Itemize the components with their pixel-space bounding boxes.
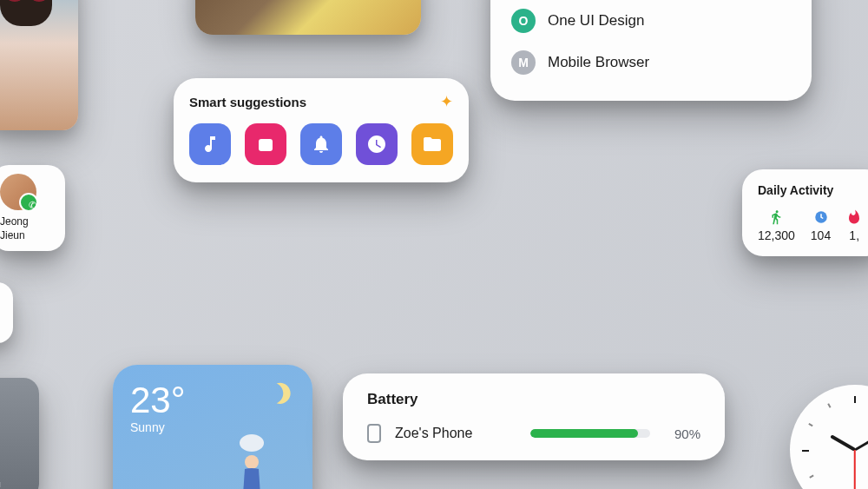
battery-bar [530, 429, 650, 438]
hour-hand [830, 434, 856, 451]
activity-title: Daily Activity [758, 183, 868, 197]
photo-widget[interactable] [0, 0, 78, 130]
smart-suggestions-widget: Smart suggestions ✦ [174, 78, 469, 182]
tab-item[interactable]: O One UI Design [511, 0, 791, 42]
svg-rect-1 [259, 139, 273, 151]
weather-widget[interactable]: 23° Sunny [113, 365, 312, 489]
moon-icon [260, 380, 292, 412]
sparkle-icon: ✦ [440, 92, 453, 111]
clock-widget[interactable] [790, 385, 868, 489]
time-icon [813, 209, 829, 225]
contact-avatar [0, 174, 36, 210]
battery-fill [530, 429, 638, 438]
mini-weather-day: Thu [0, 479, 1, 489]
daily-activity-widget[interactable]: Daily Activity 12,300 104 1, [742, 169, 868, 256]
mini-weather-widget[interactable]: ⛅ Thu [0, 378, 39, 489]
notifications-app-icon[interactable] [300, 123, 342, 165]
battery-title: Battery [367, 391, 700, 408]
clock-app-icon[interactable] [356, 123, 398, 165]
svg-point-4 [245, 455, 259, 469]
music-app-icon[interactable] [189, 123, 231, 165]
second-hand [854, 450, 856, 489]
minute-hand [854, 428, 868, 452]
time-value: 104 [811, 228, 831, 242]
contact-name: Jeong Jieun [0, 215, 56, 242]
battery-widget[interactable]: Battery Zoe's Phone 90% [343, 373, 725, 460]
files-app-icon[interactable] [411, 123, 453, 165]
camera-app-icon[interactable] [245, 123, 286, 165]
steps-value: 12,300 [758, 228, 795, 242]
battery-device-row: Zoe's Phone 90% [367, 424, 700, 443]
clock-face [797, 392, 868, 489]
cal-value: 1, [849, 228, 859, 242]
open-tabs-widget: O One UI Design M Mobile Browser [490, 0, 812, 101]
svg-point-3 [240, 434, 264, 452]
tab-favicon: O [511, 9, 536, 33]
cal-icon [846, 209, 862, 225]
suggestions-title: Smart suggestions [189, 95, 306, 109]
person-photo [0, 0, 78, 130]
tab-label: One UI Design [548, 12, 645, 30]
battery-device-name: Zoe's Phone [395, 426, 516, 441]
activity-cal: 1, [846, 209, 862, 242]
phone-icon [367, 424, 381, 443]
food-photo-widget[interactable] [195, 0, 421, 35]
tab-label: Mobile Browser [548, 54, 649, 71]
tab-favicon: M [511, 50, 536, 75]
steps-icon [768, 209, 784, 225]
tab-item[interactable]: M Mobile Browser [511, 42, 791, 83]
activity-time: 104 [811, 209, 831, 242]
battery-percent: 90% [664, 426, 700, 441]
weather-illustration [217, 426, 286, 489]
contact-widget[interactable]: Jeong Jieun [0, 165, 65, 251]
activity-steps: 12,300 [758, 209, 795, 242]
partial-widget[interactable] [0, 282, 13, 343]
